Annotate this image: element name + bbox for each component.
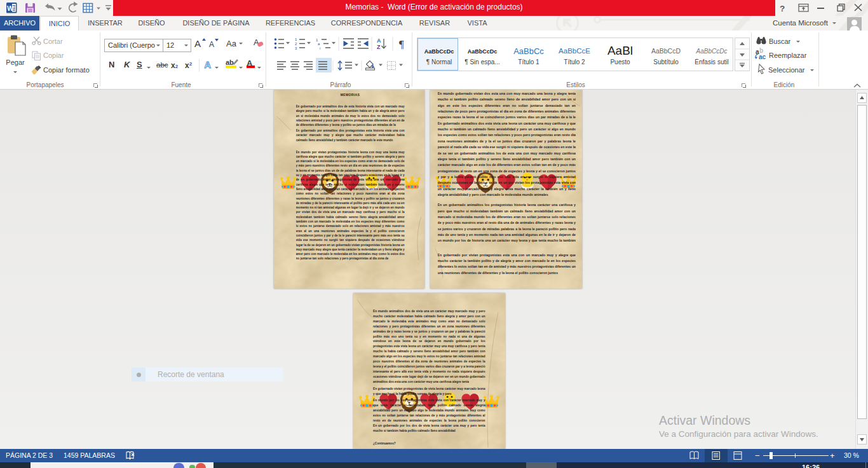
svg-text:¶: ¶ xyxy=(399,38,404,50)
svg-text:i: i xyxy=(320,46,320,50)
svg-text:A: A xyxy=(377,38,381,44)
svg-text:2: 2 xyxy=(295,42,297,46)
svg-text:a: a xyxy=(318,42,320,46)
svg-text:Z: Z xyxy=(377,44,381,50)
svg-text:3: 3 xyxy=(295,46,297,50)
svg-text:?: ? xyxy=(780,4,785,13)
svg-text:A: A xyxy=(205,60,212,70)
svg-text:1: 1 xyxy=(295,38,297,41)
